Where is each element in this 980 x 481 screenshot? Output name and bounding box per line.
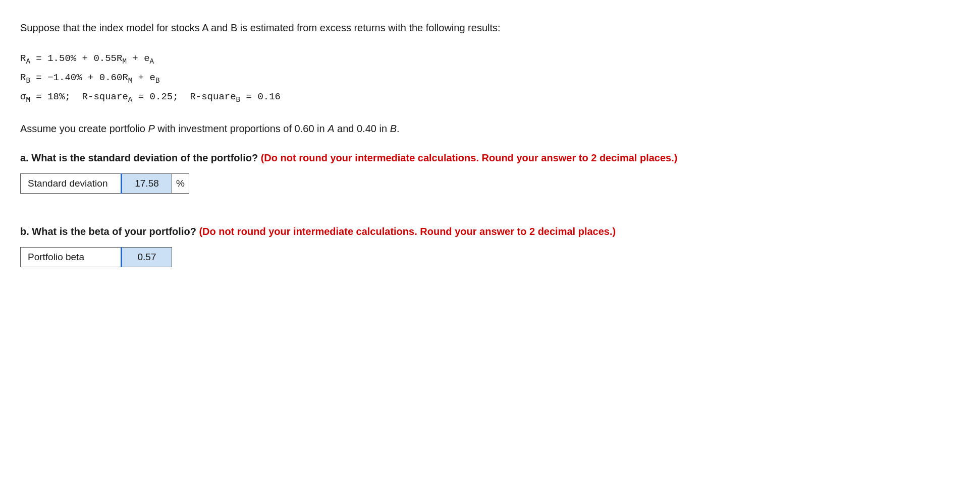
assume-text: Assume you create portfolio P with inves… bbox=[20, 121, 960, 136]
standard-deviation-unit: % bbox=[172, 173, 189, 193]
question-a-label: a. What is the standard deviation of the… bbox=[20, 150, 960, 165]
standard-deviation-label: Standard deviation bbox=[21, 173, 122, 193]
question-a-text: What is the standard deviation of the po… bbox=[31, 152, 258, 163]
standard-deviation-value[interactable]: 17.58 bbox=[122, 173, 172, 193]
eq2: RB = −1.40% + 0.60RM + eB bbox=[20, 72, 160, 83]
eq3: σM = 18%; R-squareA = 0.25; R-squareB = … bbox=[20, 91, 281, 102]
question-b-text: What is the beta of your portfolio? bbox=[32, 226, 196, 237]
answer-a-table: Standard deviation 17.58 % bbox=[20, 173, 189, 194]
equations-block: RA = 1.50% + 0.55RM + eA RB = −1.40% + 0… bbox=[20, 49, 960, 107]
answer-b-table: Portfolio beta 0.57 bbox=[20, 247, 172, 267]
intro-text: Suppose that the index model for stocks … bbox=[20, 20, 960, 35]
question-a-letter: a. bbox=[20, 152, 29, 163]
question-b-highlight: (Do not round your intermediate calculat… bbox=[199, 226, 616, 237]
question-a-section: a. What is the standard deviation of the… bbox=[20, 150, 960, 194]
eq1: RA = 1.50% + 0.55RM + eA bbox=[20, 53, 154, 64]
question-b-letter: b. bbox=[20, 226, 29, 237]
answer-b-row: Portfolio beta 0.57 bbox=[21, 247, 172, 267]
answer-a-row: Standard deviation 17.58 % bbox=[21, 173, 189, 193]
question-b-section: b. What is the beta of your portfolio? (… bbox=[20, 224, 960, 267]
portfolio-beta-value[interactable]: 0.57 bbox=[122, 247, 172, 267]
portfolio-beta-label: Portfolio beta bbox=[21, 247, 122, 267]
question-a-highlight: (Do not round your intermediate calculat… bbox=[261, 152, 678, 163]
question-b-label: b. What is the beta of your portfolio? (… bbox=[20, 224, 960, 239]
